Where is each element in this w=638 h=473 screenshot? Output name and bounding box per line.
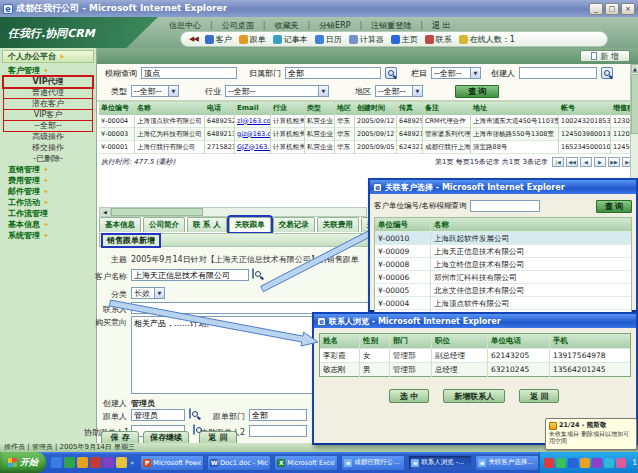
scrollbar-thumb[interactable]	[631, 74, 638, 134]
customer-row[interactable]: ¥-00004上海顶点软件有限公司	[375, 296, 631, 309]
menu-item-info-center[interactable]: 信息中心	[160, 20, 210, 31]
sidebar-item-advanced-ops[interactable]: 高级操作	[4, 132, 92, 142]
popup-titlebar[interactable]: e关联客户选择 - Microsoft Internet Explorer	[370, 180, 636, 194]
customer-row[interactable]: ¥-00009上海天正信息技术有限公司	[375, 244, 631, 257]
tray-antivirus-icon[interactable]	[544, 458, 554, 468]
tab-company-profile[interactable]: 公司简介	[143, 217, 185, 232]
toolbar-item-followup[interactable]: 跟单	[239, 34, 266, 45]
pager-prev-button[interactable]: ◀	[580, 157, 592, 167]
menu-item-relogin[interactable]: 注销重登陆	[362, 20, 420, 31]
email-link[interactable]: GJZ@163.COM	[235, 141, 271, 154]
sidebar-section-basic-info[interactable]: 基本信息✦	[4, 220, 92, 230]
email-link[interactable]: zl@163.com	[235, 115, 271, 128]
contact-row[interactable]: 李彩霞女管理部副总经理6214320513917564978	[320, 348, 630, 362]
customer-row[interactable]: ¥-00005北京艾佳信息技术有限公司	[375, 283, 631, 296]
tray-app-icon[interactable]	[616, 458, 626, 468]
customer-name-input[interactable]	[131, 269, 249, 281]
pager-prev-fast-button[interactable]: ◀◀	[566, 157, 578, 167]
assist1-lookup-icon[interactable]	[193, 424, 195, 435]
taskbar-item-excel[interactable]: XMicrosoft Excel ...	[274, 455, 338, 471]
sidebar-section-expense-mgmt[interactable]: 费用管理✦	[4, 176, 92, 186]
back-icon[interactable]: ◀◀	[189, 35, 198, 43]
tab-related-expense[interactable]: 关联费用	[317, 217, 359, 232]
sidebar-item-vip-agent[interactable]: VIP代理	[4, 77, 92, 87]
sidebar-item-potential-customer[interactable]: 潜在客户	[4, 99, 92, 109]
fuzzy-search-input[interactable]	[141, 67, 237, 79]
sidebar-section-work-activity[interactable]: 工作活动✦	[4, 198, 92, 208]
select-contact-button[interactable]: 选 中	[389, 389, 429, 403]
customer-row[interactable]: ¥-00006郑州市汇科科技有限公司	[375, 270, 631, 283]
customer-row[interactable]: ¥-00008上海立特信息技术有限公司	[375, 257, 631, 270]
sidebar-section-workflow[interactable]: 工作流管理	[4, 209, 92, 219]
sidebar-item-deleted[interactable]: -已删除-	[4, 154, 92, 164]
media-player-icon[interactable]	[77, 457, 88, 468]
sidebar-section-customer-mgmt[interactable]: 客户管理✦	[4, 66, 92, 76]
toolbar-item-home[interactable]: 主页	[391, 34, 418, 45]
tab-transactions[interactable]: 交易记录	[273, 217, 315, 232]
sidebar-item-vip-customer[interactable]: VIP客户	[4, 110, 92, 120]
search-button[interactable]: 查 询	[455, 85, 499, 98]
sidebar-section-direct-sales[interactable]: 直销管理✦	[4, 165, 92, 175]
category-select[interactable]: 长效▼	[131, 287, 165, 299]
menu-item-exit[interactable]: 退 出	[423, 20, 460, 31]
customer-lookup-icon[interactable]	[252, 268, 254, 279]
tab-basic-info[interactable]: 基本信息	[99, 217, 141, 232]
toolbar-item-customer[interactable]: 客户	[205, 34, 232, 45]
email-link[interactable]: gjz@163.com	[235, 128, 271, 141]
pen-icon[interactable]	[116, 457, 127, 468]
add-contact-button[interactable]: 新增联系人	[443, 389, 505, 403]
toolbar-item-contact[interactable]: 联系	[425, 34, 452, 45]
menu-item-erp[interactable]: 分销ERP	[310, 20, 359, 31]
dept-input[interactable]	[285, 67, 381, 79]
tab-related-followup[interactable]: 关联跟单	[229, 217, 271, 232]
sidebar-section-system-mgmt[interactable]: 系统管理✦	[4, 231, 92, 241]
taskbar-item-customer-picker[interactable]: e关联客户选择...	[475, 455, 539, 471]
creator-lookup-icon[interactable]	[601, 67, 613, 79]
scroll-left-icon[interactable]: ◀	[100, 208, 111, 216]
sidebar-item-all[interactable]: --全部--	[4, 121, 92, 131]
scroll-up-icon[interactable]: ▲	[631, 64, 638, 73]
popup-titlebar[interactable]: e联系人浏览 - Microsoft Internet Explorer	[314, 314, 636, 328]
start-button[interactable]: 开始	[0, 452, 46, 473]
toolbar-item-calendar[interactable]: 日历	[315, 34, 342, 45]
tray-update-icon[interactable]	[580, 458, 590, 468]
sidebar-item-normal-agent[interactable]: 普通代理	[4, 88, 92, 98]
customer-search-button[interactable]: 查 询	[596, 200, 632, 213]
sidebar-item-transfer-ops[interactable]: 移交操作	[4, 143, 92, 153]
region-select[interactable]: --全部--▼	[375, 85, 423, 97]
sidebar-item-personal-office[interactable]: 个人办公平台➤	[2, 50, 94, 63]
tray-network-icon[interactable]	[568, 458, 578, 468]
menu-item-company-desktop[interactable]: 公司桌面	[213, 20, 263, 31]
taskbar-item-contacts-browser[interactable]: e联系人浏览 -...	[408, 455, 472, 471]
taskbar-item-powerpoint[interactable]: PMicrosoft Powe...	[140, 455, 204, 471]
show-desktop-icon[interactable]	[64, 457, 75, 468]
back-button[interactable]: 返 回	[519, 389, 559, 403]
dept-lookup-icon[interactable]	[385, 67, 397, 79]
follower-input[interactable]	[131, 409, 185, 421]
tray-input-icon[interactable]	[604, 458, 614, 468]
new-record-button[interactable]: 新 增	[580, 50, 630, 62]
tray-notification-balloon[interactable]: 21/24 - 熊斯敬 未收集项目·删除项目以增加可用空间	[545, 418, 637, 450]
quicklaunch-overflow-icon[interactable]: »	[130, 459, 134, 467]
table-row[interactable]: ¥-00004上海顶点软件有限公司64892525zl@163.com计算机相关…	[99, 115, 636, 128]
toolbar-item-calculator[interactable]: 计算器	[349, 34, 384, 45]
type-select[interactable]: --全部--▼	[131, 85, 179, 97]
contact-row[interactable]: 敬志刚男管理部总经理6321024513564201245	[320, 362, 630, 376]
sidebar-section-mail-mgmt[interactable]: 邮件管理✦	[4, 187, 92, 197]
tray-im-icon[interactable]	[556, 458, 566, 468]
pager-first-button[interactable]: |◀	[552, 157, 564, 167]
minimize-button[interactable]: _	[589, 3, 603, 15]
follower-lookup-icon[interactable]	[189, 408, 191, 419]
toolbar-item-notepad[interactable]: 记事本	[273, 34, 308, 45]
table-row[interactable]: ¥-00001上海任我行有限公司27158230GJZ@163.COM计算机相关…	[99, 141, 636, 154]
creator-input[interactable]	[519, 67, 597, 79]
messenger-icon[interactable]	[103, 457, 114, 468]
follow-dept-input[interactable]	[249, 409, 307, 421]
mail-icon[interactable]	[90, 457, 101, 468]
scrollbar-thumb[interactable]	[111, 208, 203, 216]
pager-next-button[interactable]: ▶	[594, 157, 606, 167]
close-button[interactable]: ×	[621, 3, 635, 15]
taskbar-item-crm[interactable]: e成都任我行公...	[341, 455, 405, 471]
column-select[interactable]: --全部--▼	[431, 67, 481, 79]
table-row[interactable]: ¥-00003上海亿为科技有限公司64892132gjz@163.com计算机相…	[99, 128, 636, 141]
